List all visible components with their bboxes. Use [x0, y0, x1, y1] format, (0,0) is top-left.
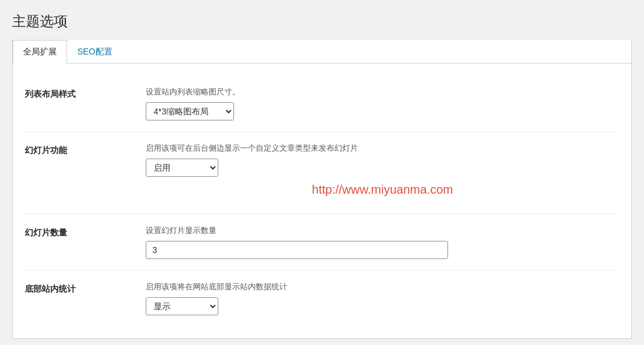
select-footer-stats[interactable]: 显示 隐藏 — [146, 297, 218, 315]
watermark-text: http://www.miyuanma.com — [146, 177, 619, 203]
select-list-layout[interactable]: 4*3缩略图布局 3*2缩略图布局 2*1缩略图布局 — [146, 102, 234, 120]
page-wrapper: 主题选项 全局扩展 SEO配置 列表布局样式 设置站内列表缩略图尺寸。 4*3缩… — [0, 0, 644, 345]
settings-row-slideshow-count: 幻灯片数量 设置幻灯片显示数量 — [25, 214, 619, 271]
tab-seo[interactable]: SEO配置 — [67, 40, 123, 64]
desc-slideshow: 启用该项可在后台侧边显示一个自定义文章类型来发布幻灯片 — [146, 143, 619, 154]
control-slideshow: 启用该项可在后台侧边显示一个自定义文章类型来发布幻灯片 启用 禁用 http:/… — [134, 143, 619, 203]
desc-footer-stats: 启用该项将在网站底部显示站内数据统计 — [146, 281, 619, 292]
settings-row-list-layout: 列表布局样式 设置站内列表缩略图尺寸。 4*3缩略图布局 3*2缩略图布局 2*… — [25, 76, 619, 132]
desc-slideshow-count: 设置幻灯片显示数量 — [146, 225, 619, 236]
control-list-layout: 设置站内列表缩略图尺寸。 4*3缩略图布局 3*2缩略图布局 2*1缩略图布局 — [134, 87, 619, 120]
input-slideshow-count[interactable] — [146, 241, 448, 259]
settings-row-slideshow: 幻灯片功能 启用该项可在后台侧边显示一个自定义文章类型来发布幻灯片 启用 禁用 … — [25, 132, 619, 214]
settings-row-footer-stats: 底部站内统计 启用该项将在网站底部显示站内数据统计 显示 隐藏 — [25, 271, 619, 326]
tab-content: 列表布局样式 设置站内列表缩略图尺寸。 4*3缩略图布局 3*2缩略图布局 2*… — [13, 64, 631, 338]
control-footer-stats: 启用该项将在网站底部显示站内数据统计 显示 隐藏 — [134, 281, 619, 315]
tabs-container: 全局扩展 SEO配置 列表布局样式 设置站内列表缩略图尺寸。 4*3缩略图布局 … — [12, 40, 632, 339]
page-title: 主题选项 — [12, 12, 632, 31]
label-list-layout: 列表布局样式 — [25, 87, 134, 100]
tab-global[interactable]: 全局扩展 — [13, 40, 67, 64]
label-footer-stats: 底部站内统计 — [25, 281, 134, 295]
desc-list-layout: 设置站内列表缩略图尺寸。 — [146, 87, 619, 97]
label-slideshow-count: 幻灯片数量 — [25, 225, 134, 238]
tabs-header: 全局扩展 SEO配置 — [13, 40, 631, 64]
label-slideshow: 幻灯片功能 — [25, 143, 134, 156]
control-slideshow-count: 设置幻灯片显示数量 — [134, 225, 619, 259]
select-slideshow[interactable]: 启用 禁用 — [146, 159, 218, 177]
